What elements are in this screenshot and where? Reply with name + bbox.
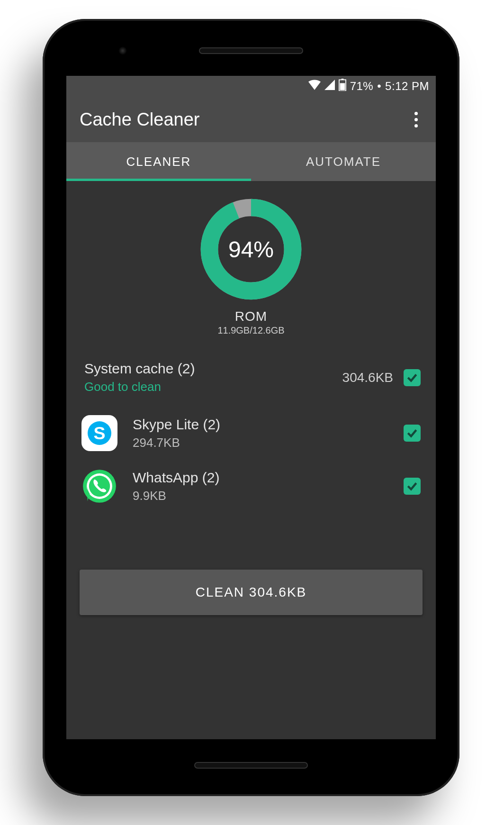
- app-name: WhatsApp (2): [133, 470, 404, 486]
- app-bar: Cache Cleaner: [66, 97, 436, 142]
- storage-percent: 94%: [199, 197, 303, 301]
- app-title: Cache Cleaner: [80, 109, 410, 130]
- tab-bar: CLEANER AUTOMATE: [66, 142, 436, 181]
- phone-inner: 71% • 5:12 PM Cache Cleaner CLEANER AUTO…: [52, 28, 450, 787]
- app-name: Skype Lite (2): [133, 417, 404, 433]
- storage-ring: 94%: [199, 197, 303, 301]
- status-bar: 71% • 5:12 PM: [66, 76, 436, 97]
- battery-percent: 71%: [350, 80, 374, 93]
- earpiece-speaker: [199, 47, 303, 54]
- tab-cleaner[interactable]: CLEANER: [66, 142, 251, 181]
- svg-text:S: S: [93, 423, 105, 443]
- app-row-skype[interactable]: S Skype Lite (2) 294.7KB: [66, 407, 436, 460]
- storage-title: ROM: [235, 309, 267, 324]
- main-content: 94% ROM 11.9GB/12.6GB System cache (2) G…: [66, 181, 436, 615]
- system-cache-checkbox[interactable]: [404, 369, 421, 386]
- app-row-whatsapp[interactable]: WhatsApp (2) 9.9KB: [66, 460, 436, 513]
- bottom-speaker: [194, 762, 308, 769]
- wifi-icon: [308, 80, 321, 93]
- cell-signal-icon: [324, 80, 335, 93]
- tab-cleaner-label: CLEANER: [126, 154, 191, 169]
- svg-rect-2: [340, 83, 345, 90]
- app-checkbox-skype[interactable]: [404, 425, 421, 442]
- system-cache-size: 304.6KB: [342, 370, 393, 385]
- storage-detail: 11.9GB/12.6GB: [217, 325, 284, 336]
- app-size: 294.7KB: [133, 435, 404, 450]
- battery-icon: [339, 79, 346, 94]
- svg-point-9: [89, 476, 110, 497]
- storage-ring-section: 94% ROM 11.9GB/12.6GB: [66, 190, 436, 352]
- whatsapp-icon: [81, 468, 117, 504]
- tab-automate-label: AUTOMATE: [306, 154, 381, 169]
- system-cache-row[interactable]: System cache (2) Good to clean 304.6KB: [66, 352, 436, 407]
- system-cache-hint: Good to clean: [84, 380, 342, 394]
- front-camera: [118, 46, 127, 55]
- skype-icon: S: [81, 415, 117, 451]
- phone-frame: 71% • 5:12 PM Cache Cleaner CLEANER AUTO…: [43, 19, 459, 796]
- tab-automate[interactable]: AUTOMATE: [251, 142, 436, 181]
- system-cache-title: System cache (2): [84, 361, 342, 377]
- overflow-menu-icon[interactable]: [410, 107, 423, 132]
- clock: 5:12 PM: [385, 80, 429, 93]
- screen: 71% • 5:12 PM Cache Cleaner CLEANER AUTO…: [66, 76, 436, 739]
- clean-button-label: CLEAN 304.6KB: [196, 585, 307, 600]
- status-dot: •: [377, 80, 381, 93]
- clean-button[interactable]: CLEAN 304.6KB: [80, 570, 423, 615]
- app-size: 9.9KB: [133, 489, 404, 503]
- app-checkbox-whatsapp[interactable]: [404, 478, 421, 495]
